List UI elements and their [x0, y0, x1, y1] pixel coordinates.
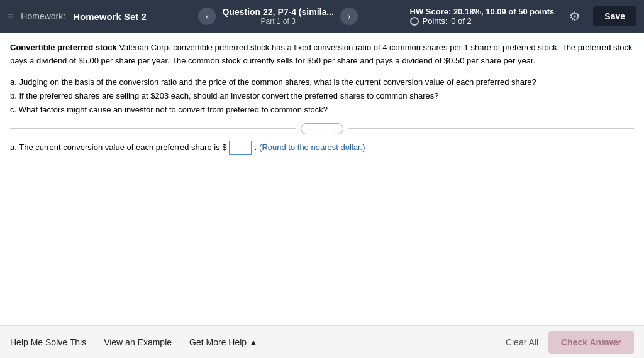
get-more-help-button[interactable]: Get More Help ▲: [180, 331, 267, 354]
hw-score-label: HW Score:: [410, 7, 452, 16]
main-content: Convertible preferred stock Valerian Cor…: [0, 33, 644, 325]
hw-score-value: 20.18%, 10.09 of 50 points: [453, 7, 554, 16]
problem-text: Convertible preferred stock Valerian Cor…: [10, 41, 634, 68]
question-b-text: If the preferred shares are selling at $…: [19, 91, 438, 100]
question-title: Question 22, P7-4 (simila...: [222, 7, 333, 17]
points-value: 0 of 2: [451, 16, 472, 26]
save-button[interactable]: Save: [593, 6, 636, 26]
header: ≡ Homework: Homework Set 2 ‹ Question 22…: [0, 0, 644, 33]
divider-dots: · · · · ·: [301, 123, 343, 134]
divider-row: · · · · ·: [10, 123, 634, 134]
menu-icon[interactable]: ≡: [8, 11, 13, 22]
hw-score-bottom: Points: 0 of 2: [410, 16, 472, 26]
view-example-button[interactable]: View an Example: [95, 331, 180, 354]
homework-label: Homework:: [21, 11, 65, 21]
homework-title: Homework Set 2: [73, 11, 147, 22]
divider-line-right: [348, 128, 634, 129]
next-question-button[interactable]: ›: [340, 8, 358, 25]
question-c-letter: c.: [10, 105, 16, 114]
question-part: Part 1 of 3: [222, 17, 333, 26]
questions-list: a. Judging on the basis of the conversio…: [10, 75, 634, 117]
footer-right: Clear All Check Answer: [506, 331, 634, 354]
answer-suffix: .: [254, 143, 257, 152]
hw-score-top: HW Score: 20.18%, 10.09 of 50 points: [410, 7, 555, 16]
question-a-text: Judging on the basis of the conversion r…: [19, 77, 536, 87]
help-me-solve-button[interactable]: Help Me Solve This: [10, 331, 95, 354]
header-center: ‹ Question 22, P7-4 (simila... Part 1 of…: [154, 7, 402, 26]
check-answer-button[interactable]: Check Answer: [548, 331, 634, 354]
circle-icon: [410, 17, 419, 26]
question-b-letter: b.: [10, 91, 17, 100]
answer-prefix: a. The current conversion value of each …: [10, 143, 226, 152]
points-label: Points:: [423, 16, 448, 26]
question-info: Question 22, P7-4 (simila... Part 1 of 3: [222, 7, 333, 26]
answer-input[interactable]: [229, 141, 252, 155]
question-c: c. What factors might cause an investor …: [10, 103, 634, 117]
divider-line-left: [10, 128, 296, 129]
question-a-letter: a.: [10, 77, 17, 87]
footer: Help Me Solve This View an Example Get M…: [0, 325, 644, 358]
question-a: a. Judging on the basis of the conversio…: [10, 75, 634, 89]
round-note: (Round to the nearest dollar.): [259, 143, 365, 152]
hw-score-section: HW Score: 20.18%, 10.09 of 50 points Poi…: [410, 7, 555, 26]
question-c-text: What factors might cause an investor not…: [19, 105, 328, 114]
problem-bold-label: Convertible preferred stock: [10, 43, 117, 52]
question-b: b. If the preferred shares are selling a…: [10, 89, 634, 103]
answer-row: a. The current conversion value of each …: [10, 141, 634, 155]
gear-button[interactable]: ⚙: [569, 9, 580, 24]
clear-all-button[interactable]: Clear All: [506, 337, 538, 347]
prev-question-button[interactable]: ‹: [198, 8, 216, 25]
